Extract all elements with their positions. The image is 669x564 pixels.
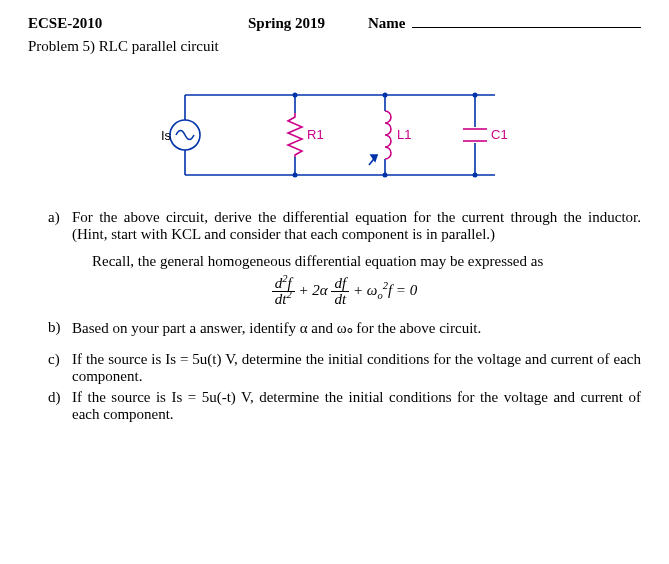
part-a-label: a) bbox=[48, 209, 72, 243]
course-code: ECSE-2010 bbox=[28, 15, 248, 32]
inductor-arrow-icon bbox=[369, 155, 377, 165]
part-c-text: If the source is Is = 5u(t) V, determine… bbox=[72, 351, 641, 385]
svg-point-19 bbox=[382, 173, 387, 178]
resistor-label: R1 bbox=[307, 127, 324, 142]
part-b-text: Based on your part a answer, identify α … bbox=[72, 319, 641, 337]
name-blank-line bbox=[412, 12, 642, 28]
svg-point-16 bbox=[382, 93, 387, 98]
equation: d2f dt2 + 2α df dt + ωo2f = 0 bbox=[48, 276, 641, 307]
svg-point-18 bbox=[292, 173, 297, 178]
part-b-label: b) bbox=[48, 319, 72, 337]
eq-term-1: d2f dt2 bbox=[272, 276, 295, 307]
header-row: ECSE-2010 Spring 2019 Name bbox=[28, 10, 641, 32]
part-d-label: d) bbox=[48, 389, 72, 423]
eq-plus-1: + 2α bbox=[298, 282, 331, 298]
recall-line: Recall, the general homogeneous differen… bbox=[92, 253, 641, 270]
svg-point-15 bbox=[292, 93, 297, 98]
part-d-text: If the source is Is = 5u(-t) V, determin… bbox=[72, 389, 641, 423]
term: Spring 2019 bbox=[248, 15, 368, 32]
problem-title: Problem 5) RLC parallel circuit bbox=[28, 38, 641, 55]
name-label: Name bbox=[368, 15, 406, 32]
eq-term-2: df dt bbox=[331, 276, 349, 307]
svg-point-20 bbox=[472, 173, 477, 178]
part-c-label: c) bbox=[48, 351, 72, 385]
inductor-label: L1 bbox=[397, 127, 411, 142]
circuit-figure: Is R1 L1 C1 bbox=[28, 75, 641, 195]
part-a: a) For the above circuit, derive the dif… bbox=[48, 209, 641, 243]
questions: a) For the above circuit, derive the dif… bbox=[28, 209, 641, 423]
part-c: c) If the source is Is = 5u(t) V, determ… bbox=[48, 351, 641, 385]
svg-point-17 bbox=[472, 93, 477, 98]
page: ECSE-2010 Spring 2019 Name Problem 5) RL… bbox=[0, 0, 669, 423]
capacitor-icon bbox=[463, 129, 487, 141]
current-source-icon bbox=[170, 120, 200, 150]
part-a-text: For the above circuit, derive the differ… bbox=[72, 209, 641, 243]
circuit-svg: Is R1 L1 C1 bbox=[145, 75, 525, 195]
source-label: Is bbox=[161, 128, 172, 143]
eq-plus-2: + ωo2f = 0 bbox=[353, 282, 417, 298]
inductor-icon bbox=[385, 111, 391, 159]
part-d: d) If the source is Is = 5u(-t) V, deter… bbox=[48, 389, 641, 423]
part-b: b) Based on your part a answer, identify… bbox=[48, 319, 641, 337]
capacitor-label: C1 bbox=[491, 127, 508, 142]
resistor-icon bbox=[288, 113, 302, 157]
